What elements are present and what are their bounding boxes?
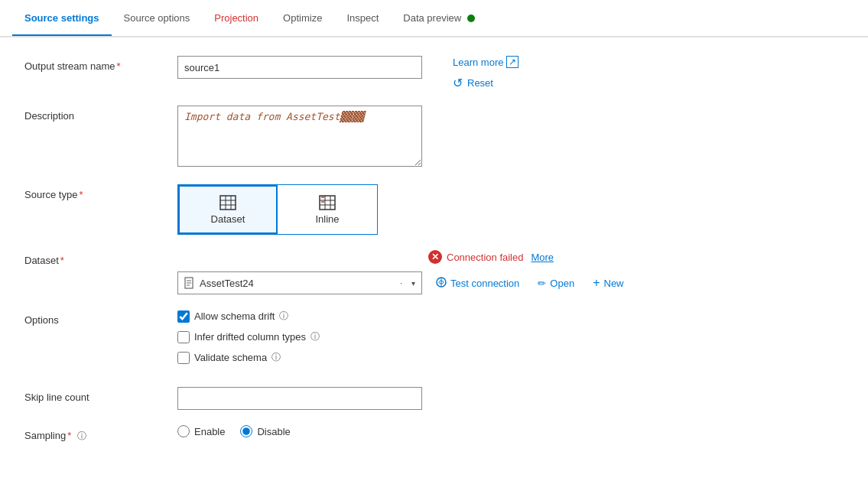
sampling-disable-option: Disable (240, 425, 290, 437)
more-link[interactable]: More (531, 252, 554, 263)
output-stream-name-input[interactable] (177, 56, 422, 79)
infer-drifted-row: Infer drifted column types ⓘ (177, 330, 320, 343)
infer-drifted-info-icon: ⓘ (310, 330, 320, 343)
data-preview-status-dot (467, 15, 475, 22)
dataset-select-value: AssetTest24 (200, 278, 391, 289)
learn-more-link[interactable]: Learn more ↗ (453, 56, 519, 68)
description-row: Description Import data from AssetTest▓▓… (24, 106, 844, 169)
dataset-column: ✕ Connection failed More AssetTest24 · (177, 250, 629, 294)
skip-line-count-row: Skip line count (24, 387, 844, 410)
description-label: Description (24, 106, 177, 122)
sampling-control: Enable Disable (177, 425, 291, 437)
test-connection-button[interactable]: Test connection (431, 274, 524, 293)
sampling-info-icon: ⓘ (77, 431, 86, 441)
infer-drifted-label: Infer drifted column types (194, 331, 306, 343)
output-stream-name-label: Output stream name* (24, 56, 177, 72)
source-type-control: Dataset Inline (177, 184, 378, 235)
connection-error-area: ✕ Connection failed More (177, 250, 629, 267)
right-panel: Learn more ↗ ↺ Reset (453, 56, 519, 90)
connection-error-message: ✕ Connection failed More (428, 250, 554, 264)
required-star: * (117, 60, 121, 72)
source-type-group: Dataset Inline (177, 184, 378, 235)
tab-data-preview[interactable]: Data preview (391, 2, 487, 36)
skip-line-count-input[interactable] (177, 387, 422, 410)
allow-schema-drift-info-icon: ⓘ (279, 310, 288, 323)
sampling-enable-option: Enable (177, 425, 225, 437)
tab-source-settings[interactable]: Source settings (12, 2, 112, 36)
dataset-select-row: AssetTest24 · ▾ Test connection (177, 271, 629, 294)
test-connection-icon (436, 277, 447, 290)
source-type-dataset-button[interactable]: Dataset (178, 185, 278, 234)
form-content: Output stream name* Learn more ↗ ↺ Reset… (0, 37, 868, 476)
validate-schema-label: Validate schema (194, 352, 267, 363)
pencil-icon: ✏ (538, 278, 546, 289)
external-link-icon: ↗ (506, 56, 519, 68)
new-button[interactable]: + New (588, 273, 628, 293)
skip-line-count-label: Skip line count (24, 387, 177, 403)
output-stream-name-control (177, 56, 422, 79)
dataset-select[interactable]: AssetTest24 · ▾ (177, 271, 422, 294)
allow-schema-drift-checkbox[interactable] (177, 310, 190, 323)
source-type-inline-button[interactable]: Inline (278, 185, 377, 234)
tab-source-options[interactable]: Source options (112, 2, 203, 36)
dataset-label: Dataset* (24, 250, 177, 266)
description-control: Import data from AssetTest▓▓▓▓ (177, 106, 422, 169)
reset-icon: ↺ (453, 76, 463, 90)
inline-icon (319, 195, 336, 210)
plus-icon: + (593, 276, 600, 290)
sampling-row: Sampling* ⓘ Enable Disable (24, 425, 844, 443)
open-button[interactable]: ✏ Open (533, 275, 579, 292)
svg-rect-0 (220, 196, 236, 210)
options-row: Options Allow schema drift ⓘ Infer drift… (24, 310, 844, 372)
error-icon: ✕ (428, 250, 442, 264)
output-stream-name-row: Output stream name* Learn more ↗ ↺ Reset (24, 56, 844, 90)
dataset-row: Dataset* ✕ Connection failed More (24, 250, 844, 294)
tab-optimize[interactable]: Optimize (271, 2, 334, 36)
dataset-select-dot: · (400, 278, 402, 288)
sampling-label: Sampling* ⓘ (24, 425, 177, 443)
validate-schema-checkbox[interactable] (177, 352, 190, 364)
validate-schema-row: Validate schema ⓘ (177, 351, 320, 364)
table-icon (219, 195, 236, 210)
chevron-down-icon: ▾ (411, 279, 415, 288)
allow-schema-drift-row: Allow schema drift ⓘ (177, 310, 320, 323)
tab-projection[interactable]: Projection (202, 2, 271, 36)
options-control: Allow schema drift ⓘ Infer drifted colum… (177, 310, 320, 372)
source-type-label: Source type* (24, 184, 177, 200)
infer-drifted-checkbox[interactable] (177, 331, 190, 343)
tab-inspect[interactable]: Inspect (334, 2, 391, 36)
source-type-row: Source type* Dataset (24, 184, 844, 235)
sampling-enable-radio[interactable] (177, 425, 190, 437)
reset-button[interactable]: ↺ Reset (453, 76, 519, 90)
validate-schema-info-icon: ⓘ (271, 351, 281, 364)
sampling-radio-group: Enable Disable (177, 425, 291, 437)
description-input[interactable]: Import data from AssetTest▓▓▓▓ (177, 106, 422, 167)
tab-bar: Source settings Source options Projectio… (0, 0, 868, 37)
sampling-disable-radio[interactable] (240, 425, 252, 437)
dataset-file-icon (184, 277, 195, 289)
options-label: Options (24, 310, 177, 326)
allow-schema-drift-label: Allow schema drift (194, 310, 275, 322)
skip-line-count-control (177, 387, 422, 410)
